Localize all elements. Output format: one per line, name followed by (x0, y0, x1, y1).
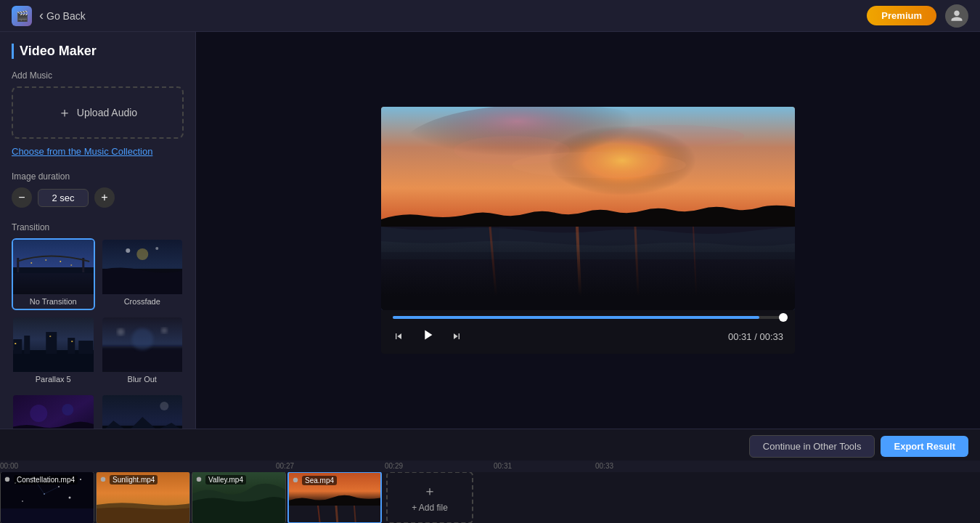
add-file-plus-icon: ＋ (423, 482, 436, 500)
video-icon-valley: ⏺ (195, 475, 203, 483)
no-transition-name: No Transition (13, 294, 94, 309)
time-display: 00:31 / 00:33 (728, 331, 783, 342)
kenburns-image (102, 395, 183, 429)
current-time: 00:31 (728, 331, 752, 342)
svg-point-5 (30, 262, 32, 264)
svg-rect-25 (102, 346, 183, 372)
svg-point-50 (69, 496, 71, 498)
crossfade-name: Crossfade (102, 294, 183, 309)
ruler-mark-2: 00:29 (385, 462, 403, 470)
skip-back-button[interactable] (393, 331, 404, 342)
ruler-mark-1: 00:27 (276, 462, 294, 470)
svg-point-32 (62, 404, 73, 415)
add-file-button[interactable]: ＋ + Add file (386, 472, 473, 523)
no-transition-thumb (13, 240, 94, 294)
kenburns-thumb (102, 395, 183, 429)
transition-grid: No Transition (12, 238, 184, 429)
transition-item-gradient[interactable]: Gradient (12, 394, 95, 429)
clip-label-valley: Valley.mp4 (205, 475, 246, 485)
skip-forward-icon (451, 331, 462, 342)
topbar: 🎬 Go Back Premium (0, 0, 980, 32)
timeline-clips: ⏺ Constellation.mp4 ⏺ Sunlight.mp4 (0, 472, 980, 523)
video-controls-bar: 00:31 / 00:33 (381, 310, 795, 354)
add-file-label: + Add file (412, 503, 448, 513)
sidebar: Video Maker Add Music ＋ Upload Audio Cho… (0, 32, 196, 429)
app-icon: 🎬 (12, 6, 32, 26)
export-button[interactable]: Export Result (881, 436, 968, 457)
ruler-mark-3: 00:31 (494, 462, 512, 470)
total-time: 00:33 (759, 331, 783, 342)
svg-point-13 (155, 247, 158, 250)
clip-sea[interactable]: ⏺ Sea.mp4 (287, 472, 382, 523)
progress-handle[interactable] (779, 313, 788, 322)
crossfade-image (102, 240, 183, 294)
premium-button[interactable]: Premium (867, 6, 936, 25)
clip-valley[interactable]: ⏺ Valley.mp4 (192, 472, 286, 523)
video-icon-sea: ⏺ (292, 476, 299, 484)
svg-point-41 (512, 152, 686, 178)
video-icon-constellation: ⏺ (4, 475, 11, 483)
upload-audio-button[interactable]: ＋ Upload Audio (12, 86, 184, 139)
timeline-ruler: 00:00 00:27 00:29 00:31 00:33 (0, 461, 980, 472)
preview-area: 00:31 / 00:33 (196, 32, 980, 429)
duration-decrement-button[interactable]: − (12, 187, 32, 208)
continue-label: Continue in Other Tools (763, 441, 862, 452)
transition-item-kenburns[interactable]: Ken Burns (101, 394, 184, 429)
clip-constellation[interactable]: ⏺ Constellation.mp4 (0, 472, 94, 523)
music-collection-link[interactable]: Choose from the Music Collection (12, 146, 184, 157)
svg-rect-3 (17, 258, 19, 272)
svg-rect-20 (78, 341, 93, 354)
clip-label-constellation: Constellation.mp4 (14, 475, 78, 485)
no-transition-image (13, 240, 94, 294)
ruler-mark-0: 00:00 (0, 462, 18, 470)
premium-label: Premium (881, 10, 922, 21)
transition-item-crossfade[interactable]: Crossfade (101, 238, 184, 310)
sunset-svg (381, 107, 795, 310)
clip-label-sea: Sea.mp4 (302, 476, 337, 485)
crossfade-thumb (102, 240, 183, 294)
skip-forward-button[interactable] (451, 331, 462, 342)
upload-audio-label: Upload Audio (77, 107, 137, 118)
transition-item-no-transition[interactable]: No Transition (12, 238, 95, 310)
app-icon-symbol: 🎬 (16, 10, 28, 22)
blurout-thumb (102, 317, 183, 372)
continue-button[interactable]: Continue in Other Tools (749, 435, 875, 458)
topbar-left: 🎬 Go Back (12, 6, 86, 26)
gradient-thumb (13, 395, 94, 429)
svg-point-6 (45, 259, 46, 261)
duration-value: 2 sec (38, 189, 89, 207)
parallax5-name: Parallax 5 (13, 372, 94, 386)
topbar-right: Premium (867, 4, 968, 28)
transition-item-parallax5[interactable]: Parallax 5 (12, 316, 95, 388)
video-preview (381, 107, 795, 310)
svg-point-26 (131, 328, 153, 350)
clip-sunlight[interactable]: ⏺ Sunlight.mp4 (96, 472, 190, 523)
transition-item-blurout[interactable]: Blur Out (101, 316, 184, 388)
svg-rect-42 (381, 227, 795, 310)
svg-rect-2 (13, 267, 94, 273)
svg-rect-23 (71, 341, 73, 342)
image-duration-label: Image duration (12, 171, 184, 182)
svg-rect-1 (13, 272, 94, 294)
action-buttons: Continue in Other Tools Export Result (0, 429, 980, 461)
video-image (381, 107, 795, 310)
duration-increment-button[interactable]: + (94, 187, 115, 208)
go-back-button[interactable]: Go Back (39, 8, 86, 23)
svg-rect-51 (1, 508, 94, 523)
user-avatar[interactable] (945, 4, 968, 28)
progress-bar-container[interactable] (393, 316, 783, 319)
svg-point-27 (117, 328, 124, 336)
svg-point-8 (70, 264, 72, 266)
svg-point-35 (160, 402, 168, 410)
svg-point-31 (30, 405, 47, 422)
water-reflection (381, 249, 795, 310)
svg-point-40 (599, 125, 744, 147)
svg-point-12 (126, 248, 130, 253)
svg-point-28 (161, 328, 167, 333)
ruler-mark-4: 00:33 (595, 462, 613, 470)
transition-section: Transition (12, 222, 184, 429)
play-button[interactable] (416, 325, 439, 348)
progress-bar-fill (393, 316, 759, 319)
duration-controls: − 2 sec + (12, 187, 184, 208)
playback-controls (393, 325, 462, 348)
